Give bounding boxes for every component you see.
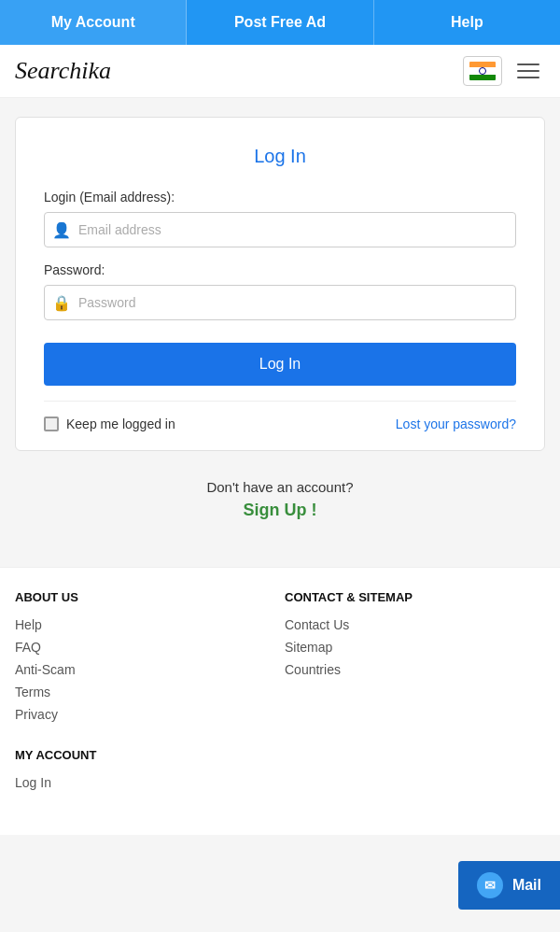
footer-grid: ABOUT US Help FAQ Anti-Scam Terms Privac… — [15, 590, 545, 798]
lost-password-link[interactable]: Lost your password? — [396, 417, 516, 431]
footer-link-faq[interactable]: FAQ — [15, 640, 275, 655]
top-navigation: My Account Post Free Ad Help — [0, 0, 560, 45]
password-input-wrapper: 🔒 — [44, 285, 516, 320]
mail-button[interactable]: ✉ Mail — [458, 861, 560, 910]
footer-about-title: ABOUT US — [15, 590, 275, 604]
site-header: Searchika — [0, 45, 560, 98]
my-account-nav[interactable]: My Account — [0, 0, 187, 45]
footer-link-help[interactable]: Help — [15, 617, 275, 632]
login-card: Log In Login (Email address): 👤 Password… — [15, 117, 545, 451]
footer-link-sitemap[interactable]: Sitemap — [285, 640, 545, 655]
login-button[interactable]: Log In — [44, 343, 516, 386]
password-input[interactable] — [78, 286, 515, 319]
country-flag-button[interactable] — [463, 56, 502, 86]
menu-hamburger-button[interactable] — [511, 54, 545, 88]
footer-link-anti-scam[interactable]: Anti-Scam — [15, 662, 275, 677]
password-label: Password: — [44, 262, 516, 277]
hamburger-line — [517, 70, 539, 72]
post-free-ad-nav[interactable]: Post Free Ad — [187, 0, 373, 45]
footer-contact-column: CONTACT & SITEMAP Contact Us Sitemap Cou… — [285, 590, 545, 729]
mail-button-label: Mail — [512, 877, 541, 894]
hamburger-line — [517, 77, 539, 78]
site-footer: ABOUT US Help FAQ Anti-Scam Terms Privac… — [0, 567, 560, 835]
signup-question: Don't have an account? — [15, 479, 545, 495]
footer-link-terms[interactable]: Terms — [15, 685, 275, 699]
email-input[interactable] — [78, 213, 515, 247]
footer-my-account-column: MY ACCOUNT Log In — [15, 748, 275, 798]
footer-link-countries[interactable]: Countries — [285, 662, 545, 677]
signup-link[interactable]: Sign Up ! — [244, 501, 317, 519]
footer-about-column: ABOUT US Help FAQ Anti-Scam Terms Privac… — [15, 590, 275, 729]
footer-link-login[interactable]: Log In — [15, 775, 275, 790]
mail-icon: ✉ — [477, 872, 503, 898]
india-flag-icon — [469, 62, 496, 80]
keep-logged-in-group: Keep me logged in — [44, 417, 175, 431]
footer-my-account-title: MY ACCOUNT — [15, 748, 275, 762]
email-form-group: Login (Email address): 👤 — [44, 190, 516, 247]
login-title: Log In — [44, 146, 516, 167]
email-input-wrapper: 👤 — [44, 212, 516, 247]
lock-icon: 🔒 — [45, 294, 78, 312]
footer-link-privacy[interactable]: Privacy — [15, 707, 275, 722]
main-content: Log In Login (Email address): 👤 Password… — [0, 98, 560, 567]
footer-link-contact-us[interactable]: Contact Us — [285, 617, 545, 632]
site-logo: Searchika — [15, 57, 111, 85]
user-icon: 👤 — [45, 221, 78, 239]
help-nav[interactable]: Help — [374, 0, 560, 45]
email-label: Login (Email address): — [44, 190, 516, 205]
keep-logged-checkbox[interactable] — [44, 417, 59, 431]
keep-logged-label: Keep me logged in — [66, 417, 175, 431]
footer-contact-title: CONTACT & SITEMAP — [285, 590, 545, 604]
header-controls — [463, 54, 545, 88]
login-footer: Keep me logged in Lost your password? — [44, 401, 516, 431]
password-form-group: Password: 🔒 — [44, 262, 516, 320]
signup-section: Don't have an account? Sign Up ! — [15, 451, 545, 548]
hamburger-line — [517, 64, 539, 65]
